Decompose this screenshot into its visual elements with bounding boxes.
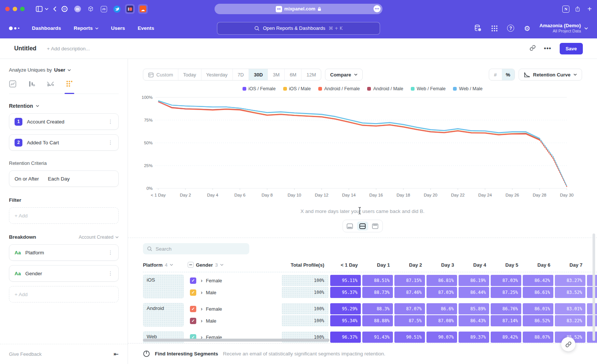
retention-value-cell[interactable]: 83.27% xyxy=(555,275,585,286)
series-checkbox[interactable]: ✓ xyxy=(190,277,196,284)
apps-grid-icon[interactable] xyxy=(490,24,498,32)
step-options-icon[interactable]: ⋮ xyxy=(108,119,113,125)
collapse-sidebar-icon[interactable]: ⇤ xyxy=(114,351,119,358)
retention-value-cell[interactable]: 87.15% xyxy=(394,275,425,286)
retention-step-2[interactable]: 2 Added To Cart ⋮ xyxy=(9,134,119,151)
retention-chart[interactable]: 0%25%50%75%100%< 1 DayDay 2Day 4Day 6Day… xyxy=(137,94,585,202)
legend-item[interactable]: Web / Female xyxy=(411,86,446,91)
retention-value-cell[interactable]: 83.52% xyxy=(555,287,585,298)
retention-value-cell[interactable]: 87.14% xyxy=(491,315,521,326)
retention-value-cell[interactable]: 86.44% xyxy=(459,287,489,298)
share-icon[interactable] xyxy=(575,6,581,12)
day-column-header[interactable]: < 1 Day xyxy=(329,262,362,268)
data-management-icon[interactable] xyxy=(474,24,482,32)
platform-cell[interactable]: Android xyxy=(143,303,184,327)
range-custom[interactable]: Custom xyxy=(143,69,178,80)
day-column-header[interactable]: Day 4 xyxy=(458,262,490,268)
retention-value-cell[interactable]: 96.37% xyxy=(330,332,361,343)
retention-value-cell[interactable]: 85.89% xyxy=(459,303,489,314)
zoom-window-button[interactable] xyxy=(20,7,25,11)
retention-value-cell[interactable]: 87.25% xyxy=(491,287,521,298)
retention-value-cell[interactable]: 87.03% xyxy=(426,287,457,298)
retention-value-cell[interactable]: 88.73% xyxy=(362,287,393,298)
retention-value-cell[interactable]: 89.42% xyxy=(491,332,521,343)
retention-value-cell[interactable]: 87.08% xyxy=(426,315,457,326)
tab-insights[interactable] xyxy=(9,80,16,94)
legend-item[interactable]: iOS / Male xyxy=(283,86,311,91)
retention-value-cell[interactable]: 88.3% xyxy=(362,303,393,314)
filter-add-button[interactable]: + Add xyxy=(9,207,119,224)
layout-chart-only-button[interactable] xyxy=(344,222,356,230)
global-search[interactable]: Open Reports & Dashboards ⌘ + K xyxy=(217,22,380,35)
retention-value-cell[interactable]: 88.51% xyxy=(362,275,393,286)
breakdown-options-icon[interactable]: ⋮ xyxy=(108,250,113,255)
retention-value-cell[interactable]: 86.19% xyxy=(459,275,489,286)
tab-flows[interactable] xyxy=(46,80,54,94)
bird-extension-icon[interactable] xyxy=(112,4,122,14)
compare-button[interactable]: Compare xyxy=(325,69,363,81)
retention-value-cell[interactable]: 87.5% xyxy=(394,315,425,326)
chevron-down-icon[interactable] xyxy=(45,8,49,10)
report-title[interactable]: Untitled xyxy=(14,45,37,52)
criteria-interval[interactable]: Each Day xyxy=(48,176,70,182)
nav-reports[interactable]: Reports xyxy=(74,25,99,31)
breakdown-gender[interactable]: Aa Gender ⋮ xyxy=(9,265,119,282)
total-profiles-header[interactable]: Total Profile(s) xyxy=(281,262,329,268)
gender-cell[interactable]: ✓›Female xyxy=(188,303,281,315)
layout-table-only-button[interactable] xyxy=(370,222,381,230)
criteria-mode[interactable]: On or After xyxy=(15,176,39,182)
retention-value-cell[interactable]: 90.51% xyxy=(394,332,425,343)
retention-value-cell[interactable]: 90.07% xyxy=(426,332,457,343)
legend-item[interactable]: Android / Female xyxy=(318,86,360,91)
retention-value-cell[interactable]: 95.29% xyxy=(330,303,361,314)
share-link-fab[interactable] xyxy=(561,337,575,351)
target-extension-icon[interactable] xyxy=(60,4,69,14)
range-7d[interactable]: 7D xyxy=(232,69,249,80)
add-description[interactable]: + Add description... xyxy=(47,46,90,51)
give-feedback-link[interactable]: Give Feedback xyxy=(9,351,41,357)
extensions-menu-icon[interactable]: ••• xyxy=(373,5,381,12)
cube-extension-icon[interactable] xyxy=(86,4,96,14)
legend-item[interactable]: Web / Male xyxy=(453,86,482,91)
retention-value-cell[interactable]: 87.03% xyxy=(491,275,521,286)
workspace-switcher[interactable]: Amazonia {Demo} All Project Data xyxy=(540,23,588,34)
tab-retention[interactable] xyxy=(66,80,73,94)
retention-value-cell-clipped[interactable] xyxy=(587,303,597,314)
nav-users[interactable]: Users xyxy=(111,25,125,31)
range-yesterday[interactable]: Yesterday xyxy=(201,69,232,80)
reader-extension-icon[interactable] xyxy=(125,4,135,14)
range-3m[interactable]: 3M xyxy=(268,69,284,80)
new-tab-icon[interactable]: + xyxy=(587,5,592,13)
day-column-header[interactable]: Day 5 xyxy=(490,262,522,268)
platform-column-header[interactable]: Platform4 xyxy=(143,262,188,268)
range-30d[interactable]: 30D xyxy=(249,69,268,80)
segments-title[interactable]: Find Interesting Segments xyxy=(155,351,218,357)
save-button[interactable]: Save xyxy=(560,43,583,54)
retention-value-cell[interactable]: 95.11% xyxy=(330,275,361,286)
retention-value-cell[interactable]: 86.52% xyxy=(523,315,553,326)
range-today[interactable]: Today xyxy=(178,69,201,80)
select-all-checkbox[interactable] xyxy=(188,262,194,268)
range-6m[interactable]: 6M xyxy=(284,69,301,80)
retention-value-cell[interactable]: 87.07% xyxy=(394,303,425,314)
js-extension-icon[interactable]: JS xyxy=(99,4,109,14)
day-column-header[interactable]: Day 7 xyxy=(554,262,586,268)
vertical-scrollbar[interactable] xyxy=(593,233,595,341)
more-options-icon[interactable]: ••• xyxy=(544,45,551,52)
retention-value-cell-clipped[interactable] xyxy=(587,275,597,286)
breakdown-add-button[interactable]: + Add xyxy=(9,286,119,302)
mixpanel-logo[interactable] xyxy=(9,26,19,30)
retention-value-cell[interactable]: 95.34% xyxy=(330,315,361,326)
retention-value-cell[interactable]: 87.46% xyxy=(394,287,425,298)
platform-cell[interactable]: iOS xyxy=(143,274,184,298)
retention-value-cell[interactable]: 86.81% xyxy=(426,275,457,286)
retention-value-cell[interactable]: 86.6% xyxy=(426,303,457,314)
series-checkbox[interactable]: ✓ xyxy=(190,318,196,324)
retention-value-cell[interactable]: 83.22% xyxy=(555,315,585,326)
notion-app-icon[interactable]: N xyxy=(562,6,569,13)
back-icon[interactable] xyxy=(53,6,56,12)
legend-item[interactable]: iOS / Female xyxy=(243,86,276,91)
gender-column-header[interactable]: Gender3 xyxy=(188,262,281,268)
horizontal-scrollbar[interactable] xyxy=(143,339,329,342)
legend-item[interactable]: Android / Male xyxy=(367,86,403,91)
